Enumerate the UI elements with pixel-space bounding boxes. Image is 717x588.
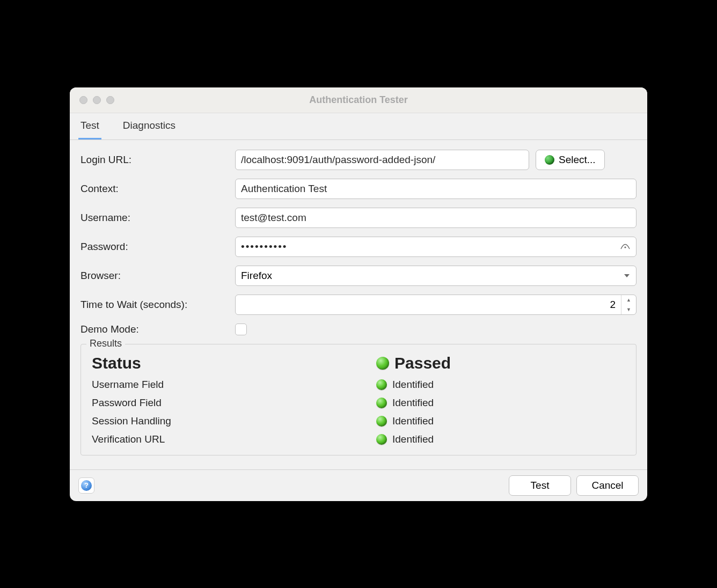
context-input[interactable]	[235, 179, 636, 199]
result-value: Identified	[392, 415, 434, 427]
close-window-icon[interactable]	[79, 96, 87, 104]
result-status-label: Status	[92, 354, 376, 372]
window-title: Authentication Tester	[70, 94, 647, 106]
spinner-up-icon[interactable]: ▲	[621, 295, 636, 305]
username-input[interactable]	[235, 208, 636, 228]
result-row-verification-url: Verification URL Identified	[92, 433, 625, 445]
result-row-session-handling: Session Handling Identified	[92, 415, 625, 427]
minimize-window-icon[interactable]	[93, 96, 101, 104]
results-panel: Results Status Passed Username Field Ide…	[81, 344, 636, 455]
status-pass-icon	[376, 434, 387, 445]
row-browser: Browser: Firefox	[81, 266, 636, 286]
result-label: Password Field	[92, 397, 376, 409]
result-label: Verification URL	[92, 433, 376, 445]
dialog-footer: ? Test Cancel	[70, 469, 647, 501]
result-value: Identified	[392, 397, 434, 409]
test-button[interactable]: Test	[509, 475, 571, 496]
row-time-to-wait: Time to Wait (seconds): 2 ▲ ▼	[81, 295, 636, 315]
browser-dropdown[interactable]: Firefox	[235, 266, 636, 286]
status-pass-icon	[376, 416, 387, 427]
demo-mode-checkbox[interactable]	[235, 324, 247, 335]
row-username: Username:	[81, 208, 636, 228]
select-url-button[interactable]: Select...	[536, 150, 605, 170]
spinner-down-icon[interactable]: ▼	[621, 305, 636, 314]
result-value: Identified	[392, 379, 434, 391]
time-to-wait-value: 2	[236, 299, 621, 311]
form-area: Login URL: Select... Context: Username: …	[70, 140, 647, 469]
window-controls	[70, 96, 114, 104]
spinner-controls: ▲ ▼	[621, 295, 636, 314]
results-legend: Results	[86, 338, 125, 349]
status-pass-icon	[376, 379, 387, 390]
result-label: Session Handling	[92, 415, 376, 427]
result-status-value: Passed	[394, 354, 451, 372]
label-login-url: Login URL:	[81, 154, 235, 166]
titlebar: Authentication Tester	[70, 87, 647, 113]
dialog-window: Authentication Tester Test Diagnostics L…	[70, 87, 647, 501]
password-input[interactable]	[235, 237, 636, 257]
select-button-label: Select...	[559, 154, 596, 166]
tab-diagnostics[interactable]: Diagnostics	[121, 113, 178, 139]
cancel-button[interactable]: Cancel	[576, 475, 639, 496]
result-status-row: Status Passed	[92, 354, 625, 372]
login-url-input[interactable]	[235, 150, 529, 170]
row-context: Context:	[81, 179, 636, 199]
label-username: Username:	[81, 212, 235, 224]
label-demo-mode: Demo Mode:	[81, 324, 235, 335]
tabs-bar: Test Diagnostics	[70, 113, 647, 140]
maximize-window-icon[interactable]	[106, 96, 114, 104]
browser-selected-value: Firefox	[241, 270, 272, 282]
result-row-password-field: Password Field Identified	[92, 397, 625, 409]
help-icon: ?	[81, 480, 92, 491]
row-demo-mode: Demo Mode:	[81, 324, 636, 335]
time-to-wait-spinner[interactable]: 2 ▲ ▼	[235, 295, 636, 315]
row-login-url: Login URL: Select...	[81, 150, 636, 170]
result-row-username-field: Username Field Identified	[92, 379, 625, 391]
status-pass-icon	[376, 357, 389, 370]
status-pass-icon	[376, 398, 387, 408]
svg-point-0	[624, 246, 626, 248]
row-password: Password:	[81, 237, 636, 257]
label-password: Password:	[81, 241, 235, 253]
label-context: Context:	[81, 183, 235, 195]
help-button[interactable]: ?	[78, 477, 94, 494]
tab-test[interactable]: Test	[78, 113, 101, 139]
label-browser: Browser:	[81, 270, 235, 282]
label-time-to-wait: Time to Wait (seconds):	[81, 299, 235, 311]
reveal-password-icon[interactable]	[620, 241, 630, 252]
result-label: Username Field	[92, 379, 376, 391]
result-value: Identified	[392, 433, 434, 445]
globe-icon	[545, 155, 554, 165]
